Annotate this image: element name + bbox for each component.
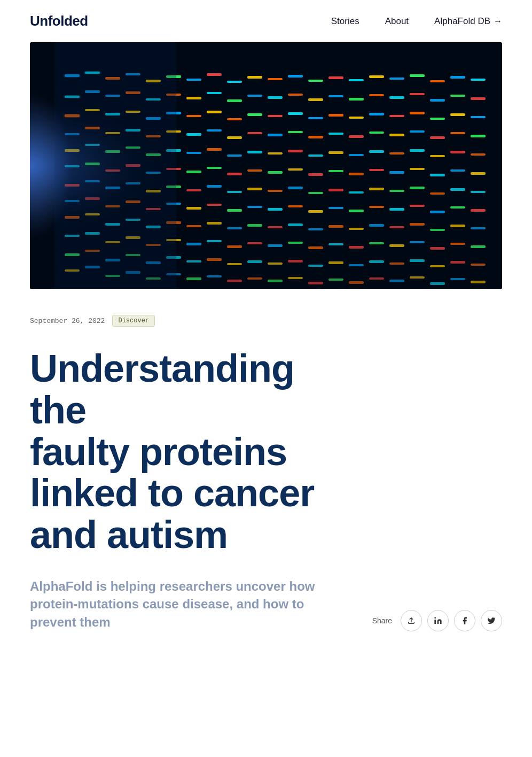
share-twitter-button[interactable]	[481, 610, 502, 631]
twitter-icon	[487, 616, 496, 625]
site-logo[interactable]: Unfolded	[30, 13, 88, 29]
share-label: Share	[372, 616, 392, 625]
share-row: Share	[372, 610, 502, 631]
hero-image	[30, 42, 502, 289]
main-nav: Stories About AlphaFold DB →	[331, 16, 502, 27]
article-title: Understanding the faulty proteins linked…	[0, 335, 374, 577]
facebook-icon	[460, 616, 469, 625]
share-upload-button[interactable]	[401, 610, 422, 631]
external-link-arrow: →	[494, 17, 502, 26]
svg-point-263	[434, 617, 436, 619]
nav-about[interactable]: About	[385, 16, 409, 27]
site-header: Unfolded Stories About AlphaFold DB →	[0, 0, 532, 42]
article-tag[interactable]: Discover	[112, 315, 155, 327]
share-facebook-button[interactable]	[454, 610, 475, 631]
dna-visualization	[30, 42, 502, 289]
nav-alphafold[interactable]: AlphaFold DB →	[434, 16, 502, 27]
svg-rect-262	[434, 620, 436, 624]
nav-stories[interactable]: Stories	[331, 16, 359, 27]
linkedin-icon	[434, 616, 442, 625]
share-linkedin-button[interactable]	[427, 610, 449, 631]
upload-icon	[407, 616, 416, 625]
article-meta: September 26, 2022 Discover	[0, 289, 532, 335]
article-date: September 26, 2022	[30, 317, 105, 325]
article-subtitle: AlphaFold is helping researchers uncover…	[30, 577, 340, 631]
svg-rect-260	[30, 42, 502, 289]
